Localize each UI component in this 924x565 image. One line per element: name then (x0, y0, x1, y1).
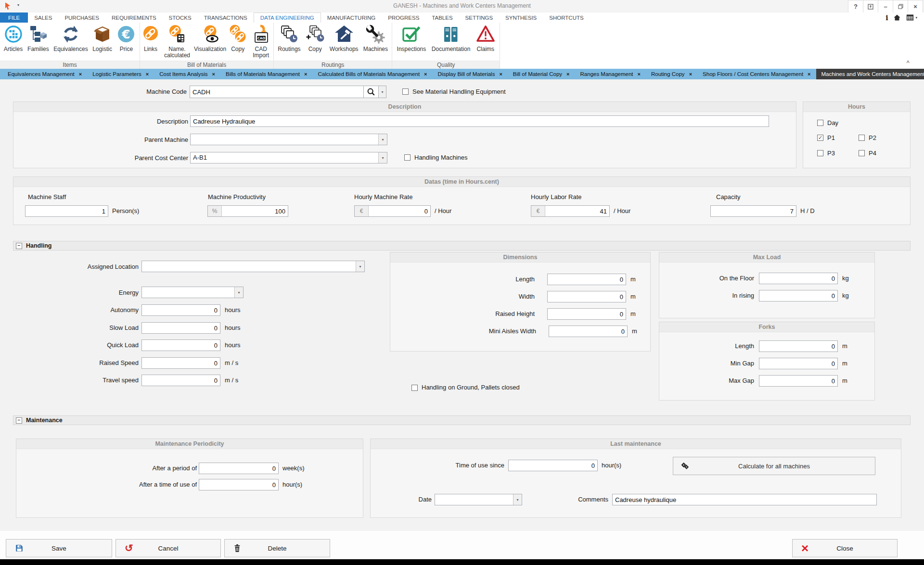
close-tab-icon[interactable]: × (146, 71, 149, 77)
dimensions-width-input[interactable] (547, 291, 626, 302)
menu-tab-tables[interactable]: TABLES (425, 13, 459, 23)
ribbon-button-routings[interactable]: Routings (277, 25, 301, 52)
ribbon-button-logistic[interactable]: Logistic (91, 25, 113, 52)
save-button[interactable]: Save (6, 539, 112, 557)
close-tab-icon[interactable]: × (689, 71, 692, 77)
machine-code-input[interactable] (190, 86, 364, 98)
menu-tab-sales[interactable]: SALES (28, 13, 58, 23)
collapse-ribbon-icon[interactable]: ^ (907, 60, 910, 65)
raised-speed-input[interactable] (141, 357, 220, 369)
see-material-handling-checkbox[interactable] (402, 88, 409, 95)
forks-length-input[interactable] (759, 340, 838, 352)
handling-machines-checkbox[interactable] (404, 154, 411, 161)
pin-ribbon-button[interactable] (863, 0, 878, 13)
menu-tab-stocks[interactable]: STOCKS (163, 13, 198, 23)
hours-day-checkbox[interactable] (817, 120, 823, 126)
ribbon-button-price[interactable]: € Price (116, 25, 137, 52)
cancel-button[interactable]: ↺ Cancel (116, 539, 221, 557)
menu-tab-file[interactable]: FILE (0, 13, 28, 23)
close-window-button[interactable]: × (908, 0, 923, 13)
quick-load-input[interactable] (141, 339, 220, 351)
close-tab-icon[interactable]: × (424, 71, 427, 77)
restore-button[interactable] (893, 0, 908, 13)
menu-tab-transactions[interactable]: TRANSACTIONS (198, 13, 254, 23)
ribbon-button-name-calculated[interactable]: Name. calculated (161, 25, 193, 59)
close-tab-icon[interactable]: × (212, 71, 215, 77)
min-gap-input[interactable] (759, 358, 838, 369)
hours-p4-checkbox[interactable] (859, 150, 865, 156)
close-button[interactable]: × Close (792, 539, 898, 557)
hourly-machine-rate-input[interactable] (369, 206, 430, 216)
help-button[interactable]: ? (848, 0, 863, 13)
menu-tab-shortcuts[interactable]: SHORTCUTS (543, 13, 590, 23)
close-tab-icon[interactable]: × (79, 71, 82, 77)
dimensions-length-input[interactable] (547, 274, 626, 285)
dropdown-icon[interactable]: ▾ (513, 494, 522, 505)
doc-tab-calculated-bills[interactable]: Calculated Bills of Materials Management… (313, 69, 433, 79)
ribbon-button-equivalences[interactable]: Equivalences (52, 25, 89, 52)
doc-tab-ranges-management[interactable]: Ranges Management× (575, 69, 646, 79)
doc-tab-shop-floors[interactable]: Shop Floors / Cost Centers Management× (697, 69, 816, 79)
doc-tab-cost-items-analysis[interactable]: Cost Items Analysis× (154, 69, 220, 79)
menu-tab-data-engineering[interactable]: DATA ENGINEERING (254, 13, 321, 23)
parent-machine-combo[interactable]: ▾ (190, 134, 387, 145)
ribbon-button-families[interactable]: Families (26, 25, 50, 52)
date-combo[interactable]: ▾ (435, 494, 522, 505)
ribbon-button-links[interactable]: Links (140, 25, 161, 52)
ribbon-button-visualization[interactable]: Visualization (193, 25, 227, 52)
ribbon-button-copy-routing[interactable]: Copy (305, 25, 326, 52)
table-tools-icon[interactable]: ▾ (906, 14, 917, 21)
menu-tab-manufacturing[interactable]: MANUFACTURING (321, 13, 382, 23)
after-time-of-use-input[interactable] (199, 479, 279, 490)
close-tab-icon[interactable]: × (566, 71, 569, 77)
close-tab-icon[interactable]: × (304, 71, 307, 77)
comments-input[interactable] (612, 494, 877, 505)
collapse-handling-icon[interactable]: − (16, 243, 22, 249)
close-tab-icon[interactable]: × (808, 71, 810, 77)
doc-tab-equivalences-management[interactable]: Equivalences Management× (2, 69, 87, 79)
doc-tab-routing-copy[interactable]: Routing Copy× (646, 69, 697, 79)
machine-code-dropdown-button[interactable]: ▾ (378, 86, 386, 98)
ribbon-button-claims[interactable]: Claims (475, 25, 496, 52)
dropdown-icon[interactable]: ▾ (234, 287, 243, 298)
travel-speed-input[interactable] (141, 375, 220, 386)
machine-productivity-input[interactable] (222, 206, 288, 216)
ribbon-button-workshops[interactable]: Workshops (329, 25, 359, 52)
delete-button[interactable]: Delete (224, 539, 330, 557)
menu-tab-requirements[interactable]: REQUIREMENTS (105, 13, 163, 23)
dropdown-icon[interactable]: ▾ (378, 134, 387, 145)
doc-tab-bill-copy[interactable]: Bill of Material Copy× (508, 69, 575, 79)
energy-combo[interactable]: ▾ (141, 287, 244, 298)
slow-load-input[interactable] (141, 322, 220, 334)
ribbon-button-articles[interactable]: Articles (3, 25, 24, 52)
after-period-input[interactable] (199, 463, 279, 474)
menu-tab-settings[interactable]: SETTINGS (459, 13, 500, 23)
max-gap-input[interactable] (759, 375, 838, 387)
doc-tab-logistic-parameters[interactable]: Logistic Parameters× (87, 69, 154, 79)
machine-staff-input[interactable] (25, 205, 108, 217)
autonomy-input[interactable] (141, 304, 220, 316)
calculate-all-machines-button[interactable]: Calculate for all machines (673, 457, 875, 475)
close-tab-icon[interactable]: × (499, 71, 502, 77)
close-tab-icon[interactable]: × (638, 71, 641, 77)
doc-tab-machines-work-centers[interactable]: Machines and Work Centers Management× (816, 69, 924, 79)
dropdown-icon[interactable]: ▾ (356, 261, 364, 272)
hours-p3-checkbox[interactable] (817, 150, 823, 156)
menu-tab-synthesis[interactable]: SYNTHESIS (499, 13, 543, 23)
doc-tab-display-bill[interactable]: Display Bill of Materials× (433, 69, 508, 79)
description-input[interactable] (190, 115, 769, 127)
minimize-button[interactable]: – (878, 0, 893, 13)
menu-tab-progress[interactable]: PROGRESS (382, 13, 425, 23)
hours-p2-checkbox[interactable] (859, 135, 865, 141)
home-icon[interactable] (893, 14, 901, 21)
time-of-use-input[interactable] (508, 460, 598, 471)
raised-height-input[interactable] (547, 308, 626, 320)
capacity-input[interactable] (710, 205, 796, 217)
dropdown-icon[interactable]: ▾ (378, 152, 387, 163)
machine-code-search-button[interactable] (363, 86, 379, 98)
ribbon-button-copy-bom[interactable]: Copy (227, 25, 248, 52)
parent-cost-center-combo[interactable]: A-B1 ▾ (190, 152, 387, 163)
mini-aisles-width-input[interactable] (549, 326, 628, 337)
ribbon-button-inspections[interactable]: Inspections (396, 25, 427, 52)
ribbon-button-cad-import[interactable]: CAO CAD Import (248, 25, 273, 59)
